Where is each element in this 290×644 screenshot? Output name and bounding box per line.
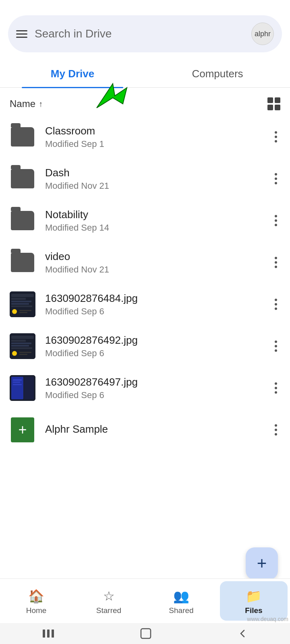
- svg-rect-25: [43, 630, 45, 638]
- svg-rect-8: [19, 310, 31, 311]
- file-name: Notability: [45, 208, 262, 221]
- more-options-icon[interactable]: [271, 254, 280, 271]
- file-meta: Modified Sep 6: [45, 390, 262, 400]
- file-meta: Modified Sep 14: [45, 223, 262, 233]
- files-icon: 📁: [246, 588, 262, 604]
- nav-label-starred: Starred: [96, 606, 121, 615]
- svg-rect-21: [24, 377, 34, 399]
- svg-point-16: [12, 351, 17, 356]
- more-options-icon[interactable]: [271, 170, 280, 188]
- list-item[interactable]: 1630902876484.jpg Modified Sep 6: [0, 283, 290, 325]
- svg-rect-6: [11, 305, 32, 307]
- starred-icon: ☆: [103, 588, 115, 604]
- file-name: 1630902876492.jpg: [45, 334, 262, 347]
- sort-bar: Name ↑: [0, 92, 290, 116]
- svg-rect-9: [19, 312, 27, 313]
- home-button[interactable]: [140, 627, 152, 640]
- system-navigation: [0, 623, 290, 644]
- list-item[interactable]: 1630902876497.jpg Modified Sep 6: [0, 367, 290, 409]
- nav-item-shared[interactable]: 👥 Shared: [147, 581, 215, 621]
- svg-rect-24: [13, 384, 22, 385]
- add-fab-button[interactable]: +: [246, 547, 278, 580]
- image-thumbnail: [10, 375, 35, 401]
- list-item[interactable]: + Alphr Sample: [0, 409, 290, 451]
- nav-item-home[interactable]: 🏠 Home: [2, 581, 70, 621]
- svg-rect-15: [11, 347, 32, 349]
- list-item[interactable]: video Modified Nov 21: [0, 242, 290, 283]
- shared-icon: 👥: [173, 588, 189, 604]
- sort-arrow: ↑: [39, 99, 43, 109]
- list-item[interactable]: Notability Modified Sep 14: [0, 200, 290, 242]
- more-options-icon[interactable]: [271, 212, 280, 229]
- grid-view-icon[interactable]: [267, 97, 280, 110]
- svg-rect-3: [11, 298, 26, 300]
- svg-rect-18: [19, 354, 27, 355]
- svg-rect-4: [11, 301, 31, 302]
- nav-item-files[interactable]: 📁 Files: [220, 581, 288, 621]
- file-name: Classroom: [45, 125, 262, 137]
- file-name: Dash: [45, 167, 262, 179]
- folder-icon: [10, 124, 35, 150]
- tab-computers[interactable]: Computers: [145, 60, 290, 87]
- more-options-icon[interactable]: [271, 295, 280, 313]
- svg-rect-27: [52, 630, 54, 638]
- file-meta: Modified Sep 6: [45, 306, 262, 317]
- svg-rect-26: [47, 630, 50, 638]
- more-options-icon[interactable]: [271, 421, 280, 439]
- svg-rect-23: [13, 382, 20, 383]
- nav-label-shared: Shared: [169, 606, 193, 615]
- home-icon: 🏠: [28, 588, 44, 604]
- bottom-navigation: 🏠 Home ☆ Starred 👥 Shared 📁 Files: [0, 578, 290, 623]
- list-item[interactable]: Classroom Modified Sep 1: [0, 116, 290, 158]
- folder-icon: [10, 166, 35, 192]
- svg-rect-12: [11, 340, 26, 342]
- image-thumbnail: [10, 291, 35, 317]
- file-meta: Modified Nov 21: [45, 264, 262, 275]
- tabs-bar: My Drive Computers: [0, 60, 290, 88]
- list-item[interactable]: Dash Modified Nov 21: [0, 158, 290, 200]
- gdoc-icon: +: [10, 417, 35, 443]
- file-meta: Modified Nov 21: [45, 181, 262, 191]
- file-list: Classroom Modified Sep 1 Dash Modified N…: [0, 116, 290, 499]
- watermark: www.deuaq.com: [247, 616, 288, 622]
- nav-item-starred[interactable]: ☆ Starred: [75, 581, 143, 621]
- folder-icon: [10, 250, 35, 275]
- back-button[interactable]: [238, 629, 247, 638]
- file-name: 1630902876484.jpg: [45, 292, 262, 305]
- folder-icon: [10, 208, 35, 233]
- nav-label-files: Files: [245, 606, 262, 615]
- file-meta: Modified Sep 1: [45, 139, 262, 149]
- list-item[interactable]: 1630902876492.jpg Modified Sep 6: [0, 325, 290, 367]
- more-options-icon[interactable]: [271, 379, 280, 397]
- search-bar[interactable]: Search in Drive alphr: [8, 15, 282, 52]
- svg-rect-2: [11, 294, 34, 297]
- svg-rect-28: [141, 629, 151, 638]
- file-name: 1630902876497.jpg: [45, 376, 262, 388]
- image-thumbnail: [10, 333, 35, 359]
- file-meta: Modified Sep 6: [45, 348, 262, 359]
- recent-apps-button[interactable]: [43, 630, 54, 638]
- sort-label[interactable]: Name ↑: [10, 98, 43, 109]
- svg-rect-22: [13, 379, 22, 381]
- svg-rect-11: [11, 336, 34, 339]
- file-name: video: [45, 250, 262, 263]
- more-options-icon[interactable]: [271, 337, 280, 355]
- nav-label-home: Home: [26, 606, 47, 615]
- svg-rect-14: [11, 345, 29, 347]
- search-placeholder[interactable]: Search in Drive: [35, 27, 244, 40]
- cursor-arrow: [93, 80, 129, 112]
- svg-point-7: [12, 309, 17, 314]
- svg-marker-0: [97, 84, 127, 108]
- svg-rect-5: [11, 303, 29, 305]
- more-options-icon[interactable]: [271, 128, 280, 146]
- svg-rect-17: [19, 352, 31, 353]
- hamburger-menu-icon[interactable]: [16, 30, 27, 38]
- avatar[interactable]: alphr: [251, 23, 274, 45]
- svg-rect-13: [11, 343, 31, 344]
- file-name: Alphr Sample: [45, 423, 262, 436]
